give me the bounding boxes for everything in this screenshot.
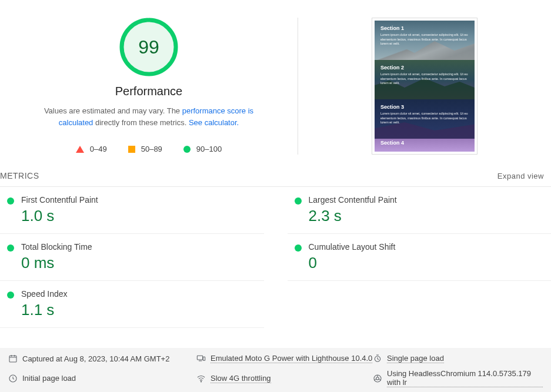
- devices-icon: [196, 354, 206, 363]
- preview-section: Section 1 Lorem ipsum dolor sit amet, co…: [375, 21, 475, 60]
- page-screenshot: Section 1 Lorem ipsum dolor sit amet, co…: [372, 18, 477, 155]
- footer-browser[interactable]: Using HeadlessChromium 114.0.5735.179 wi…: [373, 369, 543, 387]
- circle-icon: [7, 197, 14, 205]
- preview-title: Section 3: [380, 104, 469, 110]
- metrics-grid: First Contentful Paint 1.0 s Largest Con…: [0, 187, 551, 328]
- disclaimer-prefix: Values are estimated and may vary. The: [44, 106, 182, 115]
- gauge-score: 99: [119, 18, 178, 76]
- chrome-icon: [373, 374, 382, 383]
- circle-icon: [183, 146, 191, 153]
- legend-fail: 0–49: [76, 145, 107, 153]
- runtime-footer: Captured at Aug 8, 2023, 10:44 AM GMT+2 …: [0, 348, 551, 392]
- svg-rect-1: [9, 356, 16, 362]
- expand-view-toggle[interactable]: Expand view: [497, 172, 544, 180]
- metric-label: Speed Index: [21, 289, 68, 299]
- preview-text: Lorem ipsum dolor sit amet, consectetur …: [380, 112, 469, 125]
- svg-point-8: [376, 377, 379, 380]
- circle-icon: [295, 244, 302, 252]
- summary-section: 99 Performance Values are estimated and …: [0, 0, 551, 166]
- footer-single-text: Single page load: [387, 354, 444, 363]
- legend-fail-label: 0–49: [90, 145, 107, 153]
- legend-average: 50–89: [128, 145, 162, 153]
- footer-emulated-text: Emulated Moto G Power with Lighthouse 10…: [211, 354, 372, 363]
- footer-single-load[interactable]: Single page load: [373, 354, 543, 363]
- clock-icon: [8, 374, 18, 383]
- score-column: 99 Performance Values are estimated and …: [0, 18, 298, 155]
- svg-rect-3: [203, 357, 205, 360]
- footer-emulated[interactable]: Emulated Moto G Power with Lighthouse 10…: [196, 354, 373, 363]
- legend-pass: 90–100: [183, 145, 222, 153]
- preview-text: Lorem ipsum dolor sit amet, consectetur …: [380, 72, 469, 86]
- metric-label: Largest Contentful Paint: [309, 195, 397, 205]
- network-icon: [196, 374, 206, 383]
- metrics-header: METRICS Expand view: [0, 166, 551, 187]
- preview-section: Section 3 Lorem ipsum dolor sit amet, co…: [375, 99, 475, 139]
- metric-value: 2.3 s: [309, 207, 397, 225]
- circle-icon: [295, 197, 302, 205]
- triangle-icon: [76, 146, 84, 153]
- footer-throttling-text: Slow 4G throttling: [211, 374, 271, 383]
- metric-si[interactable]: Speed Index 1.1 s: [0, 281, 264, 328]
- footer-captured: Captured at Aug 8, 2023, 10:44 AM GMT+2: [8, 354, 196, 363]
- screenshot-column: Section 1 Lorem ipsum dolor sit amet, co…: [298, 18, 551, 155]
- footer-captured-text: Captured at Aug 8, 2023, 10:44 AM GMT+2: [22, 354, 169, 363]
- footer-initial: Initial page load: [8, 369, 196, 387]
- footer-throttling[interactable]: Slow 4G throttling: [196, 369, 373, 387]
- metric-label: Total Blocking Time: [21, 242, 92, 252]
- footer-initial-text: Initial page load: [22, 374, 76, 383]
- svg-rect-2: [197, 356, 202, 360]
- legend-pass-label: 90–100: [196, 145, 222, 153]
- preview-text: Lorem ipsum dolor sit amet, consectetur …: [380, 33, 469, 46]
- metric-lcp[interactable]: Largest Contentful Paint 2.3 s: [288, 187, 552, 234]
- svg-point-6: [201, 381, 201, 381]
- disclaimer-text: Values are estimated and may vary. The p…: [31, 105, 266, 128]
- metric-value: 0: [309, 254, 396, 272]
- square-icon: [128, 146, 135, 153]
- legend-average-label: 50–89: [141, 145, 162, 153]
- preview-title: Section 4: [380, 140, 469, 146]
- circle-icon: [7, 244, 14, 252]
- category-title: Performance: [115, 85, 183, 98]
- preview-section: Section 4: [375, 139, 475, 152]
- preview-section: Section 2 Lorem ipsum dolor sit amet, co…: [375, 60, 475, 99]
- preview-title: Section 2: [380, 65, 469, 71]
- metric-value: 1.1 s: [21, 301, 68, 319]
- metric-label: Cumulative Layout Shift: [309, 242, 396, 252]
- calendar-icon: [8, 354, 18, 363]
- see-calculator-link[interactable]: See calculator.: [189, 118, 239, 127]
- preview-title: Section 1: [380, 25, 469, 31]
- metric-fcp[interactable]: First Contentful Paint 1.0 s: [0, 187, 264, 234]
- metric-label: First Contentful Paint: [21, 195, 98, 205]
- circle-icon: [7, 292, 14, 299]
- performance-gauge: 99: [119, 18, 178, 76]
- metrics-heading: METRICS: [0, 171, 39, 180]
- footer-browser-text: Using HeadlessChromium 114.0.5735.179 wi…: [387, 369, 543, 387]
- metric-value: 1.0 s: [21, 207, 98, 225]
- metric-cls[interactable]: Cumulative Layout Shift 0: [288, 234, 552, 281]
- metric-value: 0 ms: [21, 254, 92, 272]
- score-legend: 0–49 50–89 90–100: [76, 145, 222, 153]
- timer-icon: [373, 354, 382, 363]
- disclaimer-mid: directly from these metrics.: [93, 118, 189, 127]
- metric-tbt[interactable]: Total Blocking Time 0 ms: [0, 234, 264, 281]
